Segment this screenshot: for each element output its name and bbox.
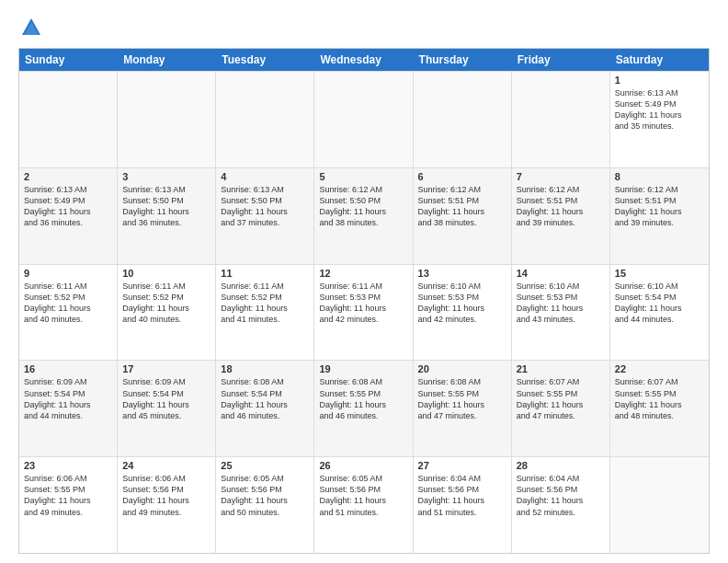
header-day: Saturday [610,49,709,71]
day-info: Sunrise: 6:13 AM Sunset: 5:49 PM Dayligh… [24,184,112,229]
day-number: 28 [517,460,605,471]
day-info: Sunrise: 6:05 AM Sunset: 5:56 PM Dayligh… [319,473,407,518]
calendar-cell: 16Sunrise: 6:09 AM Sunset: 5:54 PM Dayli… [19,361,118,456]
day-info: Sunrise: 6:10 AM Sunset: 5:53 PM Dayligh… [418,281,506,326]
day-info: Sunrise: 6:11 AM Sunset: 5:53 PM Dayligh… [319,281,407,326]
day-info: Sunrise: 6:13 AM Sunset: 5:50 PM Dayligh… [122,184,210,229]
calendar-cell [19,72,118,167]
calendar-cell: 17Sunrise: 6:09 AM Sunset: 5:54 PM Dayli… [118,361,216,456]
calendar-cell: 11Sunrise: 6:11 AM Sunset: 5:52 PM Dayli… [216,265,314,361]
day-number: 27 [418,460,506,471]
day-number: 12 [319,268,407,279]
day-number: 5 [319,171,407,182]
day-info: Sunrise: 6:08 AM Sunset: 5:54 PM Dayligh… [221,376,309,421]
day-number: 26 [319,460,407,471]
day-info: Sunrise: 6:11 AM Sunset: 5:52 PM Dayligh… [24,281,112,326]
calendar-row: 16Sunrise: 6:09 AM Sunset: 5:54 PM Dayli… [19,360,709,456]
calendar-header: SundayMondayTuesdayWednesdayThursdayFrid… [19,49,709,71]
calendar-cell: 21Sunrise: 6:07 AM Sunset: 5:55 PM Dayli… [512,361,610,456]
day-number: 13 [418,268,506,279]
calendar-cell: 9Sunrise: 6:11 AM Sunset: 5:52 PM Daylig… [19,265,118,361]
calendar-cell [512,72,610,167]
header-day: Tuesday [216,49,314,71]
day-number: 14 [517,268,605,279]
day-number: 17 [122,363,210,374]
calendar-row: 2Sunrise: 6:13 AM Sunset: 5:49 PM Daylig… [19,167,709,264]
day-info: Sunrise: 6:13 AM Sunset: 5:49 PM Dayligh… [615,87,704,132]
day-number: 1 [615,75,704,86]
day-number: 23 [24,460,112,471]
calendar-cell: 23Sunrise: 6:06 AM Sunset: 5:55 PM Dayli… [19,457,118,553]
day-info: Sunrise: 6:12 AM Sunset: 5:51 PM Dayligh… [615,184,704,229]
day-info: Sunrise: 6:06 AM Sunset: 5:56 PM Dayligh… [122,473,210,518]
calendar-cell: 19Sunrise: 6:08 AM Sunset: 5:55 PM Dayli… [314,361,413,456]
day-info: Sunrise: 6:05 AM Sunset: 5:56 PM Dayligh… [221,473,309,518]
day-number: 9 [24,268,112,279]
calendar-cell: 12Sunrise: 6:11 AM Sunset: 5:53 PM Dayli… [314,265,413,361]
calendar-cell: 24Sunrise: 6:06 AM Sunset: 5:56 PM Dayli… [118,457,216,553]
calendar-cell: 5Sunrise: 6:12 AM Sunset: 5:50 PM Daylig… [314,168,413,264]
header-day: Thursday [414,49,512,71]
day-number: 7 [517,171,605,182]
day-info: Sunrise: 6:13 AM Sunset: 5:50 PM Dayligh… [221,184,309,229]
day-info: Sunrise: 6:12 AM Sunset: 5:50 PM Dayligh… [319,184,407,229]
day-info: Sunrise: 6:09 AM Sunset: 5:54 PM Dayligh… [24,376,112,421]
calendar-cell: 1Sunrise: 6:13 AM Sunset: 5:49 PM Daylig… [610,72,709,167]
page: SundayMondayTuesdayWednesdayThursdayFrid… [0,0,728,563]
day-number: 2 [24,171,112,182]
day-info: Sunrise: 6:10 AM Sunset: 5:54 PM Dayligh… [615,281,704,326]
header-day: Wednesday [314,49,413,71]
calendar-cell: 28Sunrise: 6:04 AM Sunset: 5:56 PM Dayli… [512,457,610,553]
day-info: Sunrise: 6:08 AM Sunset: 5:55 PM Dayligh… [418,376,506,421]
calendar-cell [314,72,413,167]
calendar-cell: 3Sunrise: 6:13 AM Sunset: 5:50 PM Daylig… [118,168,216,264]
day-number: 3 [122,171,210,182]
calendar-cell: 20Sunrise: 6:08 AM Sunset: 5:55 PM Dayli… [414,361,512,456]
header-day: Sunday [19,49,118,71]
day-number: 21 [517,363,605,374]
day-number: 25 [221,460,309,471]
calendar-row: 23Sunrise: 6:06 AM Sunset: 5:55 PM Dayli… [19,456,709,553]
header [18,15,710,40]
calendar-cell: 2Sunrise: 6:13 AM Sunset: 5:49 PM Daylig… [19,168,118,264]
calendar: SundayMondayTuesdayWednesdayThursdayFrid… [18,48,710,554]
calendar-cell: 26Sunrise: 6:05 AM Sunset: 5:56 PM Dayli… [314,457,413,553]
calendar-cell: 13Sunrise: 6:10 AM Sunset: 5:53 PM Dayli… [414,265,512,361]
day-number: 10 [122,268,210,279]
day-info: Sunrise: 6:07 AM Sunset: 5:55 PM Dayligh… [517,376,605,421]
calendar-row: 1Sunrise: 6:13 AM Sunset: 5:49 PM Daylig… [19,71,709,167]
day-number: 15 [615,268,704,279]
day-info: Sunrise: 6:12 AM Sunset: 5:51 PM Dayligh… [517,184,605,229]
logo-icon [18,15,44,40]
calendar-cell: 6Sunrise: 6:12 AM Sunset: 5:51 PM Daylig… [414,168,512,264]
calendar-cell [118,72,216,167]
day-info: Sunrise: 6:08 AM Sunset: 5:55 PM Dayligh… [319,376,407,421]
day-info: Sunrise: 6:12 AM Sunset: 5:51 PM Dayligh… [418,184,506,229]
day-info: Sunrise: 6:09 AM Sunset: 5:54 PM Dayligh… [122,376,210,421]
day-number: 24 [122,460,210,471]
calendar-cell: 27Sunrise: 6:04 AM Sunset: 5:56 PM Dayli… [414,457,512,553]
calendar-cell: 4Sunrise: 6:13 AM Sunset: 5:50 PM Daylig… [216,168,314,264]
day-number: 4 [221,171,309,182]
calendar-body: 1Sunrise: 6:13 AM Sunset: 5:49 PM Daylig… [19,71,709,553]
day-number: 20 [418,363,506,374]
calendar-cell: 15Sunrise: 6:10 AM Sunset: 5:54 PM Dayli… [610,265,709,361]
day-info: Sunrise: 6:07 AM Sunset: 5:55 PM Dayligh… [615,376,704,421]
day-number: 19 [319,363,407,374]
calendar-cell: 25Sunrise: 6:05 AM Sunset: 5:56 PM Dayli… [216,457,314,553]
calendar-cell: 18Sunrise: 6:08 AM Sunset: 5:54 PM Dayli… [216,361,314,456]
day-info: Sunrise: 6:11 AM Sunset: 5:52 PM Dayligh… [221,281,309,326]
calendar-row: 9Sunrise: 6:11 AM Sunset: 5:52 PM Daylig… [19,264,709,361]
header-day: Friday [512,49,610,71]
header-day: Monday [118,49,216,71]
day-number: 11 [221,268,309,279]
day-number: 16 [24,363,112,374]
day-info: Sunrise: 6:10 AM Sunset: 5:53 PM Dayligh… [517,281,605,326]
calendar-cell: 8Sunrise: 6:12 AM Sunset: 5:51 PM Daylig… [610,168,709,264]
calendar-cell [216,72,314,167]
day-info: Sunrise: 6:11 AM Sunset: 5:52 PM Dayligh… [122,281,210,326]
day-number: 8 [615,171,704,182]
calendar-cell: 14Sunrise: 6:10 AM Sunset: 5:53 PM Dayli… [512,265,610,361]
calendar-cell: 22Sunrise: 6:07 AM Sunset: 5:55 PM Dayli… [610,361,709,456]
calendar-cell: 7Sunrise: 6:12 AM Sunset: 5:51 PM Daylig… [512,168,610,264]
